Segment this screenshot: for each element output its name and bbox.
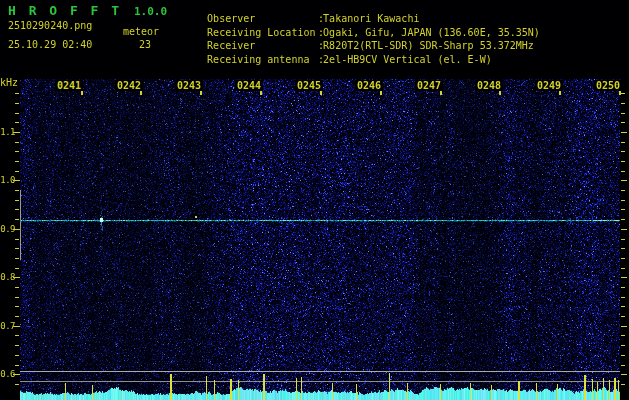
time-tick-label: 0242 bbox=[115, 80, 143, 91]
mode-label: meteor bbox=[123, 26, 159, 37]
time-tick-label: 0243 bbox=[175, 80, 203, 91]
app-title: H R O F F T bbox=[8, 3, 122, 18]
time-tick-label: 0248 bbox=[475, 80, 503, 91]
freq-tick-label: 0.8 bbox=[0, 272, 15, 282]
time-tick-label: 0249 bbox=[535, 80, 563, 91]
hrofft-screen: H R O F F T 1.0.0 2510290240.png meteor … bbox=[0, 0, 629, 400]
app-version: 1.0.0 bbox=[134, 5, 167, 18]
freq-axis-unit: kHz bbox=[0, 77, 18, 88]
output-filename: 2510290240.png bbox=[8, 20, 92, 31]
datetime-label: 25.10.29 02:40 bbox=[8, 39, 92, 50]
freq-tick-label: 0.6 bbox=[0, 369, 15, 379]
time-tick-label: 0246 bbox=[355, 80, 383, 91]
freq-tick-label: 0.7 bbox=[0, 321, 15, 331]
info-row-antenna: Receiving antenna:2el-HB9CV Vertical (el… bbox=[183, 43, 492, 76]
info-colon: : bbox=[318, 54, 324, 65]
time-tick-label: 0247 bbox=[415, 80, 443, 91]
time-tick-label: 0241 bbox=[55, 80, 83, 91]
time-tick-label: 0250 bbox=[594, 80, 622, 91]
echo-count: 23 bbox=[139, 39, 151, 50]
time-tick-label: 0244 bbox=[235, 80, 263, 91]
info-value: 2el-HB9CV Vertical (el. E-W) bbox=[323, 54, 492, 65]
freq-tick-label: 1.1 bbox=[0, 127, 15, 137]
info-label: Receiving antenna bbox=[207, 54, 318, 65]
freq-tick-label: 1.0 bbox=[0, 175, 15, 185]
time-tick-label: 0245 bbox=[295, 80, 323, 91]
freq-tick-label: 0.9 bbox=[0, 224, 15, 234]
